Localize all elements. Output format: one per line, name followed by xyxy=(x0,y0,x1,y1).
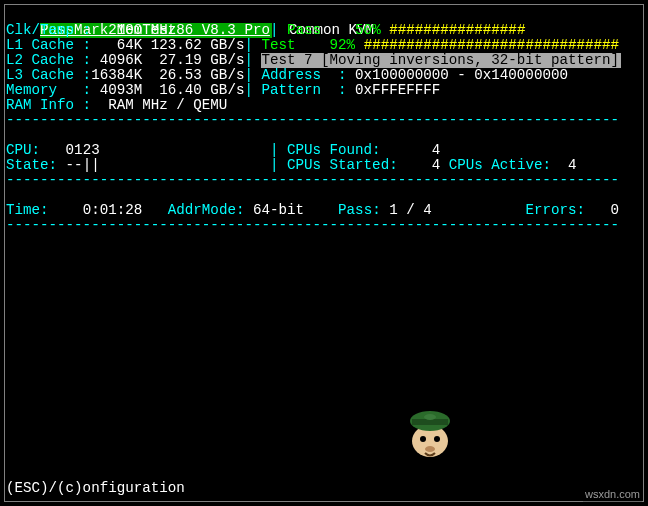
state-label: State: xyxy=(6,157,57,173)
title-row: PassMark MemTest86 V8.3 Pro Common KVM xyxy=(6,8,642,23)
test-pct: 92% xyxy=(330,37,356,53)
passcount-value: 1 / 4 xyxy=(389,202,432,218)
cpus-active-label: CPUs Active: xyxy=(449,157,551,173)
mem-size: 4093M xyxy=(100,82,143,98)
cpu-label: CPU: xyxy=(6,142,40,158)
row-raminfo: RAM Info : RAM MHz / QEMU xyxy=(6,98,642,113)
pass-bar: ################ xyxy=(389,22,525,38)
row-l3-addr: L3 Cache :16384K 26.53 GB/s| Address : 0… xyxy=(6,68,642,83)
l2-size: 4096K xyxy=(100,52,143,68)
blank-1 xyxy=(6,128,642,143)
divider-3: ----------------------------------------… xyxy=(6,218,642,233)
test-bar: ############################## xyxy=(364,37,619,53)
row-l1-test: L1 Cache : 64K 123.62 GB/s| Test 92% ###… xyxy=(6,38,642,53)
row-clk-pass: Clk/Temp : 2100 MHz | Pass 50% #########… xyxy=(6,23,642,38)
terminal-screen: PassMark MemTest86 V8.3 Pro Common KVM C… xyxy=(0,0,648,506)
cpu-value: 0123 xyxy=(66,142,100,158)
cpus-started-value: 4 xyxy=(432,157,441,173)
svg-point-3 xyxy=(420,436,426,442)
svg-rect-2 xyxy=(412,419,448,425)
row-mem-patt: Memory : 4093M 16.40 GB/s| Pattern : 0xF… xyxy=(6,83,642,98)
addr-label: Address : xyxy=(261,67,346,83)
svg-point-4 xyxy=(434,436,440,442)
passcount-label: Pass: xyxy=(338,202,381,218)
mem-bw: 16.40 GB/s xyxy=(159,82,244,98)
patt-value: 0xFFFEFFFF xyxy=(355,82,440,98)
l1-size: 64K xyxy=(117,37,143,53)
svg-point-5 xyxy=(425,446,435,452)
clk-value: 2100 MHz xyxy=(108,22,176,38)
time-label: Time: xyxy=(6,202,49,218)
svg-point-1 xyxy=(410,411,450,431)
state-value: --|| xyxy=(66,157,100,173)
errors-label: Errors: xyxy=(525,202,585,218)
l3-label: L3 Cache : xyxy=(6,67,91,83)
l2-label: L2 Cache : xyxy=(6,52,91,68)
pass-pct: 50% xyxy=(355,22,381,38)
addr-value: 0x100000000 - 0x140000000 xyxy=(355,67,568,83)
row-state-started: State: --|| | CPUs Started: 4 CPUs Activ… xyxy=(6,158,642,173)
l3-bw: 26.53 GB/s xyxy=(159,67,244,83)
cpus-found-label: CPUs Found: xyxy=(287,142,381,158)
divider-2: ----------------------------------------… xyxy=(6,173,642,188)
test-label: Test xyxy=(261,37,295,53)
row-status: Time: 0:01:28 AddrMode: 64-bit Pass: 1 /… xyxy=(6,203,642,218)
current-test-line: Test 7 [Moving inversions, 32-bit patter… xyxy=(261,53,621,68)
pass-label: Pass xyxy=(287,22,321,38)
mem-label: Memory : xyxy=(6,82,91,98)
svg-point-6 xyxy=(424,414,436,420)
errors-value: 0 xyxy=(611,202,620,218)
l1-bw: 123.62 GB/s xyxy=(151,37,245,53)
cpus-found-value: 4 xyxy=(432,142,441,158)
patt-label: Pattern : xyxy=(261,82,346,98)
row-cpu-found: CPU: 0123 | CPUs Found: 4 xyxy=(6,143,642,158)
l1-label: L1 Cache : xyxy=(6,37,91,53)
watermark: wsxdn.com xyxy=(583,487,642,502)
divider-1: ----------------------------------------… xyxy=(6,113,642,128)
ram-value: RAM MHz / QEMU xyxy=(108,97,227,113)
footer-hint[interactable]: (ESC)/(c)onfiguration xyxy=(6,481,185,496)
cpus-active-value: 4 xyxy=(568,157,577,173)
row-l2-testdesc: L2 Cache : 4096K 27.19 GB/s| Test 7 [Mov… xyxy=(6,53,642,68)
addrmode-label: AddrMode: xyxy=(168,202,245,218)
addrmode-value: 64-bit xyxy=(253,202,304,218)
blank-2 xyxy=(6,188,642,203)
svg-point-0 xyxy=(412,425,448,457)
ram-label: RAM Info : xyxy=(6,97,91,113)
cpus-started-label: CPUs Started: xyxy=(287,157,398,173)
l2-bw: 27.19 GB/s xyxy=(159,52,244,68)
time-value: 0:01:28 xyxy=(83,202,143,218)
l3-size: 16384K xyxy=(91,67,142,83)
mascot-icon xyxy=(400,405,460,465)
clk-label: Clk/Temp : xyxy=(6,22,91,38)
